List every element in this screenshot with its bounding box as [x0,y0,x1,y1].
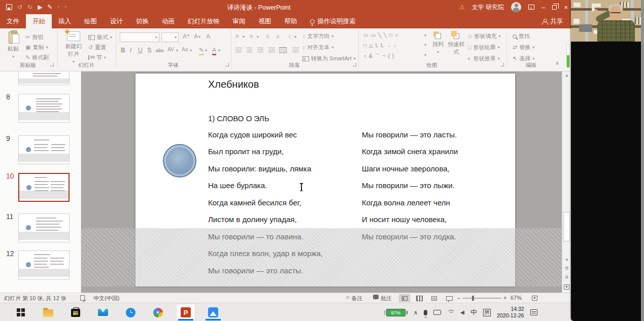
zoom-slider-track[interactable] [463,298,501,299]
shape-gallery-row1[interactable]: ▭▭╲╲□○ [363,32,400,38]
add-remove-columns-icon[interactable] [292,48,299,53]
format-painter-button[interactable]: ✎ 格式刷 [25,54,49,61]
qat-customize-icon[interactable]: ▾ [64,5,66,9]
align-center-icon[interactable] [247,48,252,53]
meeting-app-button[interactable] [207,306,220,319]
shape-gallery-more-icon[interactable]: ▾ [424,53,426,57]
slide-thumbnail-8[interactable] [18,94,70,123]
tab-review[interactable]: 审阅 [226,14,252,28]
select-button[interactable]: ↖ 选择 ▾ [513,55,534,62]
justify-icon[interactable] [268,48,275,53]
slide-title[interactable]: Хлебников [208,79,259,90]
clipboard-dialog-launcher-icon[interactable] [50,63,54,66]
smartart-button[interactable]: 转换为 SmartArt ▾ [302,55,355,62]
ime-language-indicator[interactable]: 中 [470,308,477,317]
poem-line[interactable]: Шаги ночные зверолова, [362,164,450,173]
scrollbar-thumb[interactable] [563,212,570,241]
view-reading-button[interactable] [428,294,439,302]
mail-button[interactable] [96,306,110,319]
tab-transitions[interactable]: 切换 [129,14,155,28]
notes-button[interactable]: ≡ 备注 [346,295,362,302]
poem-heading[interactable]: 1) СЛОВО О ЭЛЬ [208,114,269,123]
account-name[interactable]: 文学 研究院 [472,3,504,12]
minimize-button[interactable]: – [541,4,545,11]
start-slideshow-icon[interactable]: ▶ [38,4,42,10]
bullets-icon[interactable]: ≡ [235,33,239,39]
close-button[interactable]: × [564,4,568,11]
strikethrough-button[interactable]: abc [156,48,164,53]
highlight-button[interactable]: ✎ [199,47,204,55]
shape-fill-button[interactable]: ◇ 形状填充 ▾ [468,32,500,40]
columns-icon[interactable] [280,48,286,53]
pen-tablet-icon[interactable] [433,310,441,315]
character-spacing-button[interactable]: AV [167,47,174,52]
font-name-combo[interactable]: ▾ [120,32,159,42]
change-case-button[interactable]: Aa [182,47,188,52]
font-dialog-launcher-icon[interactable] [225,63,229,66]
store-button[interactable] [69,306,82,319]
proofing-icon[interactable] [80,295,85,301]
view-slideshow-button[interactable] [443,294,454,302]
view-slide-sorter-button[interactable] [414,294,425,302]
align-right-icon[interactable] [257,48,263,53]
font-size-combo[interactable]: ▾ [161,32,179,42]
clear-formatting-button[interactable]: A [206,33,210,40]
layout-button[interactable]: 版式 ▾ [88,33,112,41]
tab-slideshow[interactable]: 幻灯片放映 [181,14,226,28]
drawing-dialog-launcher-icon[interactable] [500,63,504,66]
poem-line[interactable]: Мы говорили — это ласты. [362,130,457,139]
overlay-scrollbar[interactable] [566,44,570,68]
paste-button[interactable]: 粘贴 ▾ [4,31,22,59]
text-shadow-button[interactable]: S [147,47,151,54]
ime-mode-indicator[interactable]: 拼 [483,309,491,316]
tell-me-search[interactable]: 操作说明搜索 [304,14,362,28]
next-slide-icon[interactable]: ⇊ [562,274,571,279]
zoom-slider-thumb[interactable] [472,296,474,301]
zoom-out-button[interactable]: – [457,295,460,301]
paragraph-dialog-launcher-icon[interactable] [353,63,356,66]
share-button[interactable]: 共享 [542,14,563,28]
shrink-font-button[interactable]: A [194,33,198,40]
poem-line[interactable]: Мы говорили: видишь, лямка [208,164,311,173]
align-text-button[interactable]: ↕ 对齐文本 ▾ [302,44,334,51]
undo-icon[interactable]: ↺ [17,4,22,10]
previous-slide-icon[interactable]: ⇈ [562,266,571,271]
tab-help[interactable]: 帮助 [278,14,304,28]
slide-thumbnail-12[interactable] [18,251,70,279]
speaker-icon[interactable]: ◀) [460,310,464,315]
view-normal-button[interactable] [399,294,410,302]
arrange-button[interactable]: 排列 ▾ [430,30,446,54]
redo-icon[interactable]: ↻ [27,4,32,10]
increase-indent-icon[interactable]: ≥ [276,33,279,39]
italic-button[interactable]: I [130,47,131,54]
action-center-icon[interactable] [530,309,537,315]
webcam-overlay[interactable] [571,0,644,321]
poem-line[interactable]: Мы говорили — это лыжи. [362,181,455,190]
tab-file[interactable]: 文件 [0,14,26,28]
fit-to-window-icon[interactable] [532,296,537,301]
poem-line[interactable]: Когда судов широкий вес [208,130,297,139]
browser-button[interactable] [151,306,164,319]
font-color-button[interactable]: A [212,47,216,55]
tab-design[interactable]: 设计 [104,14,129,28]
poem-line[interactable]: И носит ношу человека, [362,215,447,224]
collapse-ribbon-icon[interactable]: ∧ [555,60,559,66]
shape-effects-button[interactable]: ◐ 形状效果 ▾ [468,55,500,62]
start-button[interactable] [14,306,27,319]
clock-app-button[interactable] [124,306,137,319]
vertical-scrollbar[interactable]: ▲ ▼ ⇈ ⇊ [562,72,571,293]
poem-line[interactable]: Был пролит на груди, [208,147,284,156]
poem-line[interactable]: Когда волна лелеет челн [362,198,450,207]
slide-thumbnail-10-selected[interactable] [18,173,70,202]
tab-animations[interactable]: 动画 [155,14,181,28]
poem-line[interactable]: На шее бурлака. [208,181,267,190]
warning-icon[interactable]: ⚠ [459,4,465,11]
copy-button[interactable]: ▣ 复制 ▾ [25,44,48,51]
file-explorer-button[interactable] [42,306,55,319]
scroll-up-icon[interactable]: ▲ [562,74,571,78]
slide-counter[interactable]: 幻灯片 第 10 张, 共 12 张 [4,295,66,302]
decrease-indent-icon[interactable]: ≤ [266,33,269,39]
reset-button[interactable]: ↺ 重置 [88,44,106,51]
tab-home[interactable]: 开始 [26,14,52,28]
wifi-icon[interactable] [447,310,454,315]
